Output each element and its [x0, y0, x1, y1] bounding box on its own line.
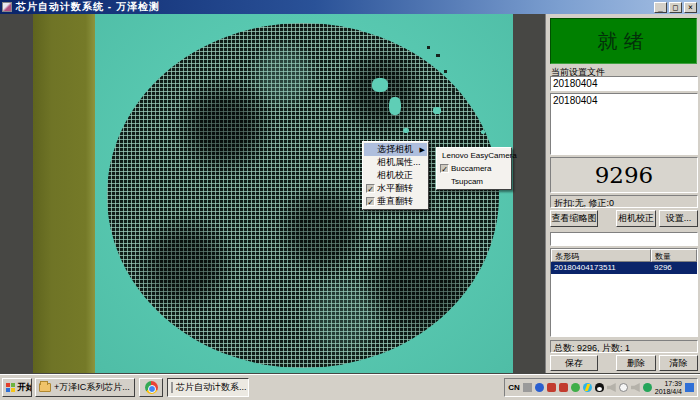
start-button[interactable]: 开始 — [2, 378, 32, 397]
chip-count-display: 9296 — [550, 157, 698, 193]
check-icon: ✓ — [366, 197, 375, 206]
wafer-gap — [403, 128, 409, 133]
totals-summary: 总数: 9296, 片数: 1 — [550, 340, 698, 353]
clock-icon[interactable] — [619, 383, 628, 392]
menu-item-camera-calibration[interactable]: 相机校正 — [364, 169, 427, 182]
ready-status-indicator: 就绪 — [550, 18, 697, 64]
check-icon — [366, 171, 375, 180]
chip-speck — [444, 70, 447, 73]
results-table: 条形码 数量 20180404173511 9296 — [550, 248, 698, 337]
correction-info: 折扣:无, 修正:0 — [550, 195, 698, 208]
wafer-gap — [433, 107, 441, 114]
submenu-item-buccamera[interactable]: ✓ Buccamera — [438, 162, 510, 175]
mail-icon[interactable] — [559, 383, 568, 392]
speaker-icon[interactable] — [631, 383, 640, 392]
menu-item-select-camera[interactable]: 选择相机 ▶ — [364, 143, 427, 156]
foxmail-icon[interactable] — [547, 383, 556, 392]
volume-icon[interactable] — [607, 383, 616, 392]
cell-quantity: 9296 — [651, 262, 697, 274]
wafer-gap — [481, 130, 485, 134]
clock-time: 17:39 — [655, 380, 682, 388]
safety-360-icon[interactable] — [643, 383, 652, 392]
check-icon — [366, 145, 375, 154]
check-icon: ✓ — [366, 184, 375, 193]
barcode-input[interactable] — [550, 232, 698, 246]
settings-file-input[interactable]: 20180404 — [550, 76, 698, 91]
cell-barcode: 20180404173511 — [551, 262, 651, 274]
wafer-gap — [389, 97, 401, 115]
delete-button[interactable]: 删除 — [616, 355, 656, 371]
clear-button[interactable]: 清除 — [659, 355, 698, 371]
window-title: 芯片自动计数系统 - 万泽检测 — [16, 0, 160, 14]
check-icon: ✓ — [440, 164, 449, 173]
column-header-quantity[interactable]: 数量 — [651, 249, 697, 262]
view-thumbnail-button[interactable]: 查看缩略图 — [550, 210, 598, 227]
qq-icon[interactable] — [595, 383, 604, 392]
chip-speck — [436, 54, 440, 57]
system-tray: CN 17:39 2018/4/4 — [504, 378, 698, 397]
workspace: 就绪 当前设置文件 20180404 20180404 9296 折扣:无, 修… — [0, 14, 700, 373]
check-icon — [440, 177, 449, 186]
olive-side-bar — [33, 14, 95, 373]
network-icon[interactable] — [685, 383, 694, 392]
tray-blue-circle-icon[interactable] — [535, 383, 544, 392]
column-header-barcode[interactable]: 条形码 — [551, 249, 651, 262]
clock-display[interactable]: 17:39 2018/4/4 — [655, 380, 682, 396]
submenu-item-tsupcam[interactable]: Tsupcam — [438, 175, 510, 188]
desktop: 芯片自动计数系统 - 万泽检测 _ □ × 就绪 当前设置文件 20180404 — [0, 0, 700, 400]
title-bar[interactable]: 芯片自动计数系统 - 万泽检测 _ □ × — [0, 0, 700, 14]
clock-date: 2018/4/4 — [655, 388, 682, 396]
submenu-arrow-icon: ▶ — [420, 146, 425, 154]
save-button[interactable]: 保存 — [550, 355, 598, 371]
control-panel: 就绪 当前设置文件 20180404 20180404 9296 折扣:无, 修… — [545, 14, 700, 373]
taskbar: 开始 +万泽IC系列芯片... 芯片自动计数系... CN — [0, 374, 700, 400]
settings-button[interactable]: 设置... — [659, 210, 698, 227]
settings-file-list[interactable]: 20180404 — [550, 93, 698, 155]
app-icon — [2, 2, 12, 12]
tray-gray-icon[interactable] — [523, 383, 532, 392]
chip-speck — [427, 46, 430, 49]
maximize-button[interactable]: □ — [669, 2, 682, 13]
submenu-item-lenovo-easycamera[interactable]: Lenovo EasyCamera — [438, 149, 510, 162]
taskbar-item-chrome[interactable] — [139, 378, 163, 397]
wafer-chip-grid — [107, 23, 499, 368]
camera-calibrate-button[interactable]: 相机校正 — [616, 210, 656, 227]
menu-item-camera-properties[interactable]: 相机属性... — [364, 156, 427, 169]
tray-green-dot-icon[interactable] — [571, 383, 580, 392]
chip-speck — [452, 88, 455, 92]
settings-file-list-item[interactable]: 20180404 — [553, 95, 695, 107]
folder-icon — [39, 383, 51, 392]
menu-item-vertical-flip[interactable]: ✓ 垂直翻转 — [364, 195, 427, 208]
minimize-button[interactable]: _ — [654, 2, 667, 13]
wafer-gap — [372, 78, 388, 92]
camera-context-menu: 选择相机 ▶ 相机属性... 相机校正 ✓ 水平翻转 ✓ 垂直翻转 — [362, 141, 429, 210]
close-button[interactable]: × — [684, 2, 697, 13]
taskbar-item-folder[interactable]: +万泽IC系列芯片... — [35, 378, 135, 397]
chrome-icon — [145, 381, 158, 394]
table-row[interactable]: 20180404173511 9296 — [551, 262, 697, 274]
camera-select-submenu: Lenovo EasyCamera ✓ Buccamera Tsupcam — [436, 147, 512, 190]
taskbar-item-chip-counter[interactable]: 芯片自动计数系... — [167, 378, 249, 397]
check-icon — [366, 158, 375, 167]
chip-counter-app-icon — [171, 382, 173, 393]
wafer-image-area[interactable] — [95, 14, 513, 373]
language-indicator[interactable]: CN — [508, 383, 520, 392]
kugou-icon[interactable] — [583, 383, 592, 392]
windows-logo-icon — [6, 383, 15, 392]
menu-item-horizontal-flip[interactable]: ✓ 水平翻转 — [364, 182, 427, 195]
